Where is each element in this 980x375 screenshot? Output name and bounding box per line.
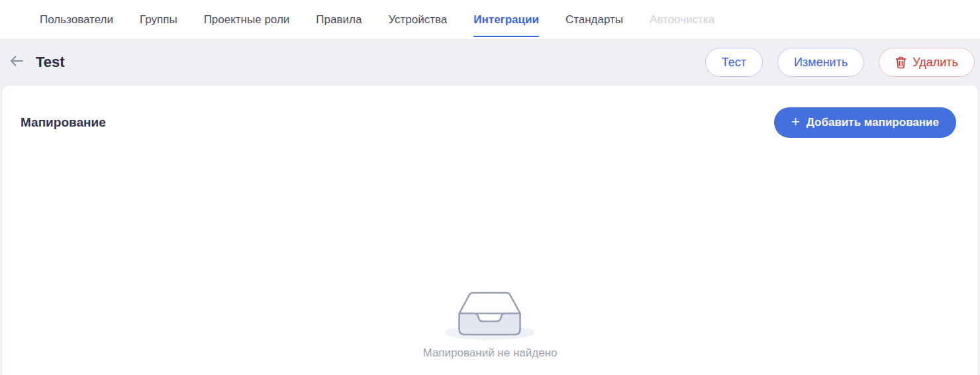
edit-button[interactable]: Изменить <box>777 48 864 77</box>
edit-button-label: Изменить <box>794 56 848 70</box>
delete-button[interactable]: Удалить <box>879 48 975 77</box>
tab-devices[interactable]: Устройства <box>388 0 447 39</box>
tab-integrations[interactable]: Интеграции <box>473 0 539 39</box>
tab-users[interactable]: Пользователи <box>40 0 113 39</box>
test-button[interactable]: Тест <box>705 48 763 77</box>
page-title: Test <box>36 54 65 71</box>
test-button-label: Тест <box>722 56 746 70</box>
trash-icon <box>895 56 906 69</box>
add-mapping-button-label: Добавить мапирование <box>807 116 939 129</box>
tab-groups[interactable]: Группы <box>140 0 177 39</box>
plus-icon: + <box>791 115 800 129</box>
delete-button-label: Удалить <box>912 56 958 70</box>
content-card: Мапирование + Добавить мапирование Мапир… <box>1 85 979 375</box>
empty-state-message: Мапирований не найдено <box>423 347 558 360</box>
tab-project-roles[interactable]: Проектные роли <box>204 0 290 39</box>
empty-state: Мапирований не найдено <box>423 280 558 360</box>
header-actions: Тест Изменить Удалить <box>705 48 975 77</box>
section-title: Мапирование <box>21 115 106 130</box>
add-mapping-button[interactable]: + Добавить мапирование <box>774 107 956 138</box>
page-header: Test Тест Изменить Удалить <box>0 40 980 85</box>
card-head: Мапирование + Добавить мапирование <box>2 85 978 138</box>
empty-inbox-icon <box>423 280 558 341</box>
tab-standards[interactable]: Стандарты <box>565 0 623 39</box>
top-tab-bar: Пользователи Группы Проектные роли Прави… <box>0 0 980 40</box>
tab-rules[interactable]: Правила <box>316 0 362 39</box>
back-button[interactable] <box>5 51 28 74</box>
tab-autocleanup[interactable]: Автоочистка <box>650 0 714 39</box>
arrow-left-icon <box>9 54 24 70</box>
